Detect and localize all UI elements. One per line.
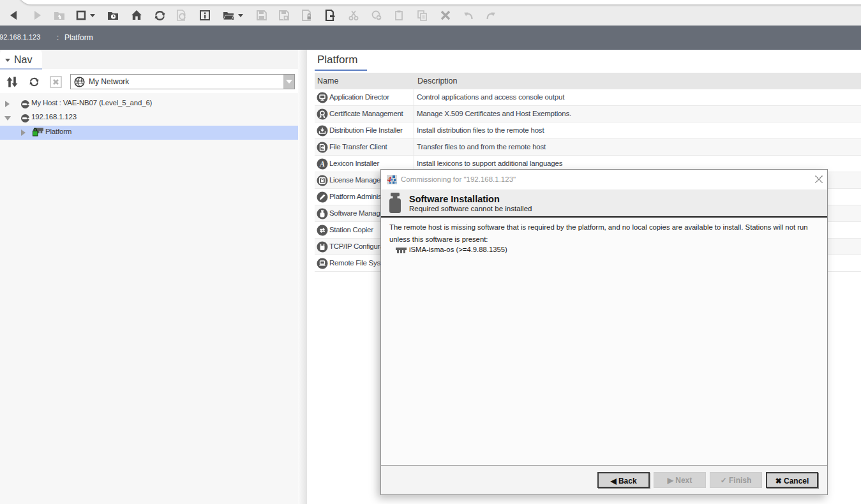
svg-text:A: A	[319, 159, 325, 168]
